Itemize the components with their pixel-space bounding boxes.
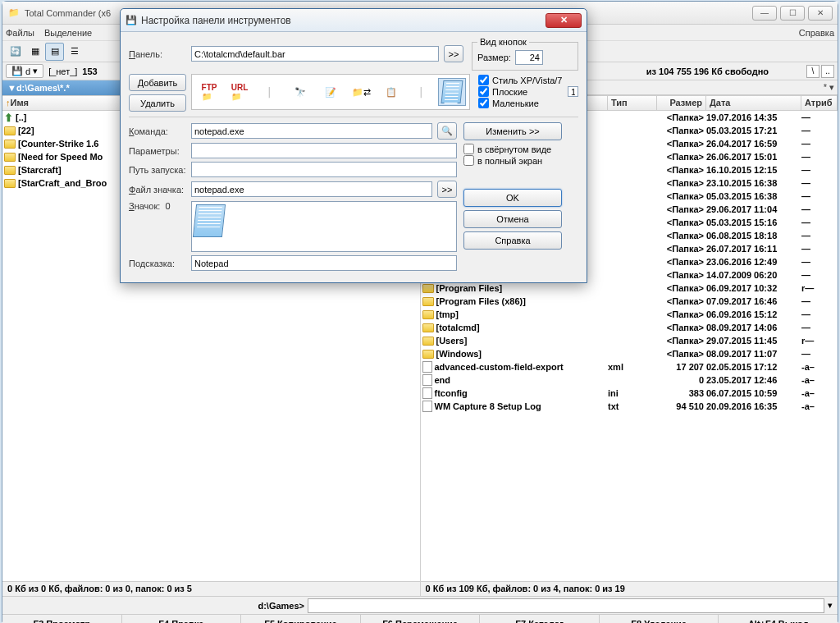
star-icon[interactable]: * ▾	[824, 82, 834, 93]
refresh-icon[interactable]: 🔄	[6, 43, 25, 61]
help-button[interactable]: Справка	[463, 231, 562, 250]
cmd-input[interactable]	[308, 598, 824, 613]
url-icon[interactable]: URL📁	[226, 78, 253, 106]
fullscreen-checkbox[interactable]	[463, 155, 474, 166]
tooltip-input[interactable]	[191, 255, 457, 271]
menu-help[interactable]: Справка	[799, 28, 834, 38]
drive-net-label: [_нет_]	[48, 66, 77, 76]
list-item[interactable]: [Windows]<Папка>08.09.2017 11:07—	[421, 347, 838, 360]
sync-icon[interactable]: 📁⇄	[347, 78, 375, 106]
size-input[interactable]	[515, 50, 543, 65]
icon-label: Значок: 0	[129, 201, 186, 211]
toolbar-config-dialog: 💾 Настройка панели инструментов ✕ Панель…	[120, 8, 587, 283]
params-label: Параметры:	[129, 146, 186, 156]
list-item[interactable]: [Users]<Папка>29.07.2015 11:45r—	[421, 334, 838, 347]
panel-label: Панель:	[129, 49, 186, 59]
view-buttons-group: Вид кнопок Размер:	[472, 37, 578, 71]
iconfile-label: Файл значка:	[129, 185, 186, 195]
fkey-button[interactable]: F4 Правка	[122, 615, 242, 623]
minimized-checkbox[interactable]	[463, 144, 474, 154]
fkey-button[interactable]: Alt+F4 Выход	[719, 615, 838, 623]
fkey-button[interactable]: F8 Удаление	[600, 615, 719, 623]
list-item[interactable]: ftconfigini38306.07.2015 10:59-a–	[421, 387, 838, 400]
fkey-button[interactable]: F5 Копирование	[241, 615, 361, 623]
separator-icon[interactable]: │	[256, 78, 284, 106]
params-input[interactable]	[191, 143, 457, 158]
minimize-button[interactable]: —	[752, 6, 777, 21]
app-icon: 📁	[7, 7, 21, 20]
close-button[interactable]: ✕	[808, 6, 833, 21]
drive-free: 153	[82, 66, 97, 76]
cmd-prompt: d:\Games>	[4, 601, 308, 611]
cmd-dropdown-icon[interactable]: ▾	[824, 600, 836, 611]
menu-selection[interactable]: Выделение	[44, 28, 92, 38]
panel-path-input[interactable]	[191, 46, 439, 62]
command-line: d:\Games> ▾	[2, 596, 838, 614]
cancel-button[interactable]: Отмена	[463, 210, 562, 228]
iconfile-input[interactable]	[191, 181, 432, 197]
list-item[interactable]: [Program Files (x86)]<Папка>07.09.2017 1…	[421, 295, 838, 308]
save-icon: 💾	[126, 15, 137, 25]
command-browse-button[interactable]: 🔍	[437, 122, 457, 140]
nav-root[interactable]: \	[806, 65, 819, 78]
list-item[interactable]: [Program Files]<Папка>06.09.2017 10:32r—	[421, 282, 838, 295]
drive-selector[interactable]: 💾 d ▾	[6, 64, 43, 78]
list-item[interactable]: advanced-custom-field-exportxml17 20702.…	[421, 360, 838, 373]
add-button[interactable]: Добавить	[129, 74, 186, 91]
list-item[interactable]: end023.05.2017 12:46-a–	[421, 373, 838, 387]
right-status: 0 Кб из 109 Кб, файлов: 0 из 4, папок: 0…	[421, 581, 838, 596]
small-checkbox[interactable]	[478, 98, 489, 108]
fkey-button[interactable]: F7 Каталог	[480, 615, 600, 623]
iconfile-browse-button[interactable]: >>	[437, 181, 457, 198]
list-item[interactable]: [tmp]<Папка>06.09.2016 15:12—	[421, 308, 838, 321]
panel-browse-button[interactable]: >>	[444, 45, 463, 62]
startpath-label: Путь запуска:	[129, 165, 186, 175]
function-keys: F3 ПросмотрF4 ПравкаF5 КопированиеF6 Пер…	[2, 614, 838, 623]
icon-preview[interactable]	[193, 204, 226, 237]
maximize-button[interactable]: ☐	[780, 6, 805, 21]
list-view-icon[interactable]: ▤	[45, 43, 64, 61]
fkey-button[interactable]: F3 Просмотр	[2, 615, 122, 623]
copy-icon[interactable]: 📋	[377, 78, 405, 106]
list-item[interactable]: [totalcmd]<Папка>08.09.2017 14:06—	[421, 321, 838, 334]
flat-checkbox[interactable]	[478, 86, 489, 97]
style-xp-checkbox[interactable]	[478, 75, 489, 85]
ftp-icon[interactable]: FTP📁	[195, 78, 223, 106]
fkey-button[interactable]: F6 Перемещение	[361, 615, 481, 623]
nav-up[interactable]: ..	[821, 65, 834, 78]
change-button[interactable]: Изменить >>	[463, 122, 562, 140]
dialog-close-button[interactable]: ✕	[546, 13, 582, 28]
ok-button[interactable]: OK	[463, 189, 562, 207]
notepad-icon[interactable]	[438, 78, 466, 106]
command-label: Команда:	[129, 126, 186, 136]
delete-button[interactable]: Удалить	[129, 94, 186, 112]
tooltip-label: Подсказка:	[129, 259, 186, 268]
search-icon[interactable]: 🔭	[286, 78, 314, 106]
dialog-title: Настройка панели инструментов	[141, 15, 546, 26]
command-input[interactable]	[191, 123, 432, 139]
icons-view-icon[interactable]: ▦	[25, 43, 44, 61]
left-status: 0 Кб из 0 Кб, файлов: 0 из 0, папок: 0 и…	[2, 581, 420, 596]
flat-size-input[interactable]	[568, 86, 578, 97]
multirename-icon[interactable]: 📝	[317, 78, 345, 106]
tree-view-icon[interactable]: ☰	[65, 43, 84, 61]
list-item[interactable]: WM Capture 8 Setup Logtxt94 51020.09.201…	[421, 400, 838, 413]
startpath-input[interactable]	[191, 162, 457, 177]
separator2-icon[interactable]: │	[408, 78, 436, 106]
menu-files[interactable]: Файлы	[6, 28, 34, 38]
icon-strip[interactable]: FTP📁 URL📁 │ 🔭 📝 📁⇄ 📋 │	[191, 74, 470, 110]
